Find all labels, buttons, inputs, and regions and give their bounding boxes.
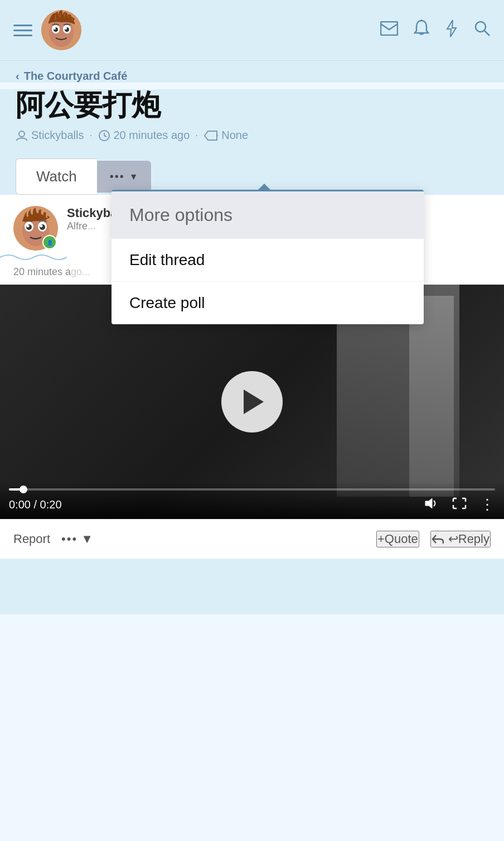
progress-indicator — [20, 486, 27, 493]
thread-title: 阿公要打炮 — [16, 89, 488, 121]
video-progress-fill — [9, 488, 23, 491]
hamburger-menu-button[interactable] — [13, 25, 32, 36]
dropdown-header: More options — [112, 191, 424, 239]
video-bottom-controls: 0:00 / 0:20 — [9, 496, 495, 513]
svg-point-12 — [19, 131, 25, 137]
thread-tag: None — [221, 129, 248, 142]
video-scene-2 — [409, 296, 454, 497]
reply-button[interactable]: ↩Reply — [430, 531, 491, 547]
create-poll-item[interactable]: Create poll — [112, 282, 424, 324]
video-time: 0:00 / 0:20 — [9, 498, 62, 511]
post-avatar-wrap: 👤 — [13, 206, 58, 251]
more-dots: ••• — [110, 170, 125, 183]
play-triangle-icon — [244, 390, 264, 414]
mail-icon[interactable] — [380, 21, 398, 40]
reply-icon — [432, 534, 444, 544]
avatar-image — [41, 10, 81, 50]
avatar[interactable] — [41, 10, 81, 50]
svg-point-10 — [476, 22, 486, 32]
author-meta: Stickyballs — [16, 129, 84, 142]
more-arrow: ▼ — [129, 172, 138, 182]
thread-time: 20 minutes ago — [114, 129, 190, 142]
breadcrumb-label[interactable]: The Courtyard Café — [24, 70, 128, 83]
footer-more-dots: ••• — [61, 532, 77, 546]
svg-point-6 — [54, 27, 56, 30]
svg-line-15 — [104, 136, 106, 137]
svg-point-7 — [65, 27, 67, 30]
more-options-dropdown: More options Edit thread Create poll — [112, 190, 424, 324]
time-meta: 20 minutes ago — [98, 129, 190, 142]
svg-text:👤: 👤 — [47, 239, 54, 246]
search-icon[interactable] — [474, 20, 491, 41]
video-more-icon[interactable]: ⋮ — [480, 496, 495, 513]
breadcrumb[interactable]: ‹ The Courtyard Café — [16, 70, 488, 83]
dropdown-caret — [256, 184, 272, 191]
volume-icon[interactable] — [424, 497, 439, 513]
bell-icon[interactable] — [414, 20, 429, 41]
more-options-button[interactable]: ••• ▼ — [97, 161, 151, 193]
meta-separator-2: · — [195, 129, 198, 141]
svg-point-22 — [27, 225, 30, 228]
lightning-icon[interactable] — [445, 19, 458, 42]
tag-icon — [203, 129, 218, 142]
header-icons — [380, 19, 491, 42]
author-icon — [16, 129, 28, 142]
username-partial: Stic — [67, 206, 89, 220]
header-left — [13, 10, 81, 50]
play-button[interactable] — [221, 371, 283, 432]
avatar-online-badge: 👤 — [42, 235, 57, 249]
footer-right: +Quote ↩Reply — [376, 531, 491, 547]
clock-icon — [98, 129, 110, 142]
action-buttons-area: Watch ••• ▼ More options Edit thread Cre… — [0, 151, 504, 195]
svg-line-11 — [484, 31, 490, 36]
breadcrumb-area: ‹ The Courtyard Café — [0, 61, 504, 83]
fullscreen-icon[interactable] — [452, 497, 467, 513]
author-name: Stickyballs — [31, 129, 84, 142]
report-button[interactable]: Report — [13, 532, 50, 546]
meta-separator-1: · — [89, 129, 92, 141]
svg-point-23 — [40, 225, 43, 228]
footer-more-arrow: ▼ — [81, 532, 93, 546]
video-controls: 0:00 / 0:20 — [0, 482, 504, 519]
svg-rect-8 — [381, 22, 398, 35]
tag-meta: None — [203, 129, 248, 142]
badge-icon: 👤 — [46, 238, 54, 246]
watch-button[interactable]: Watch — [16, 158, 97, 195]
bottom-section — [0, 559, 504, 614]
back-arrow-icon[interactable]: ‹ — [16, 70, 20, 83]
video-progress-bar[interactable] — [9, 488, 495, 491]
footer-more-button[interactable]: ••• ▼ — [61, 532, 93, 546]
footer-left: Report ••• ▼ — [13, 532, 93, 546]
reply-label: ↩Reply — [448, 532, 490, 546]
quote-button[interactable]: +Quote — [376, 531, 419, 547]
thread-meta: Stickyballs · 20 minutes ago · None — [16, 129, 488, 142]
video-right-icons: ⋮ — [424, 496, 495, 513]
app-header — [0, 0, 504, 61]
wave-line — [0, 251, 67, 264]
thread-title-area: 阿公要打炮 Stickyballs · 20 minutes ago · Non… — [0, 89, 504, 151]
edit-thread-item[interactable]: Edit thread — [112, 239, 424, 282]
post-footer: Report ••• ▼ +Quote ↩Reply — [0, 519, 504, 559]
